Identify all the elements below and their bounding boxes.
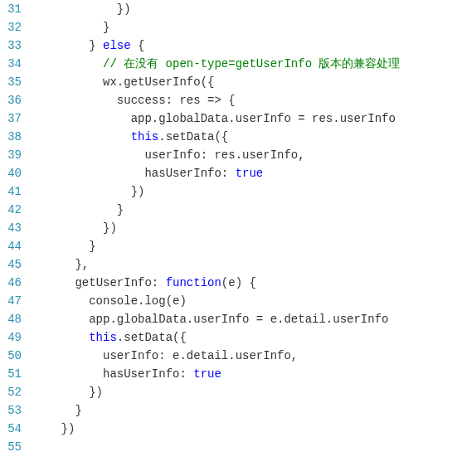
code-line[interactable]: hasUserInfo: true xyxy=(33,365,462,383)
line-number: 49 xyxy=(5,328,22,347)
code-line[interactable]: } xyxy=(33,237,462,255)
line-number: 55 xyxy=(5,438,22,456)
code-line[interactable]: userInfo: e.detail.userInfo, xyxy=(33,347,462,365)
line-number: 31 xyxy=(5,0,22,18)
code-token: } xyxy=(117,203,124,216)
code-line[interactable]: }) xyxy=(33,0,462,18)
code-token: userInfo: res.userInfo, xyxy=(144,148,304,162)
code-token: }, xyxy=(75,258,89,271)
line-number: 44 xyxy=(5,237,22,255)
line-number: 47 xyxy=(5,292,22,310)
line-number: 34 xyxy=(5,55,22,73)
line-number: 37 xyxy=(5,109,22,128)
code-area[interactable]: }) } } else { // 在没有 open-type=getUserIn… xyxy=(30,0,462,456)
line-number: 51 xyxy=(5,365,22,383)
line-number: 33 xyxy=(5,36,22,55)
code-token: .setData({ xyxy=(117,331,187,344)
code-token: } xyxy=(89,39,103,52)
code-line[interactable]: }, xyxy=(33,255,462,274)
code-token: }) xyxy=(103,221,117,235)
line-number: 32 xyxy=(5,18,22,36)
code-token: app.globalData.userInfo = e.detail.userI… xyxy=(89,313,388,326)
code-token: wx.getUserInfo({ xyxy=(103,75,214,89)
code-line[interactable]: }) xyxy=(33,182,462,201)
code-line[interactable]: } xyxy=(33,18,462,36)
code-token: true xyxy=(193,367,221,381)
code-line[interactable]: userInfo: res.userInfo, xyxy=(33,146,462,164)
code-token: else xyxy=(103,39,131,52)
code-line[interactable]: console.log(e) xyxy=(33,292,462,310)
code-line[interactable]: // 在没有 open-type=getUserInfo 版本的兼容处理 xyxy=(33,55,462,73)
code-line[interactable]: } xyxy=(33,201,462,219)
line-number: 41 xyxy=(5,182,22,201)
code-line[interactable]: getUserInfo: function(e) { xyxy=(33,274,462,292)
code-token: function xyxy=(166,276,221,289)
code-line[interactable]: }) xyxy=(33,383,462,401)
code-token: .setData({ xyxy=(158,130,228,143)
line-number: 54 xyxy=(5,420,22,438)
code-token: { xyxy=(131,39,145,52)
code-token: hasUserInfo: xyxy=(103,367,193,381)
code-token: }) xyxy=(61,422,75,435)
code-token: success: res => { xyxy=(117,94,236,107)
code-token: }) xyxy=(117,2,131,16)
line-number: 48 xyxy=(5,310,22,328)
code-line[interactable]: } else { xyxy=(33,36,462,55)
code-token: hasUserInfo: xyxy=(144,167,235,180)
code-token: true xyxy=(236,167,264,180)
line-number: 52 xyxy=(5,383,22,401)
code-line[interactable]: app.globalData.userInfo = res.userInfo xyxy=(33,109,462,128)
code-token: userInfo: e.detail.userInfo, xyxy=(103,349,298,362)
code-token: this xyxy=(131,130,159,143)
code-line[interactable]: hasUserInfo: true xyxy=(33,164,462,182)
code-token: }) xyxy=(131,185,145,198)
code-line[interactable]: wx.getUserInfo({ xyxy=(33,73,462,91)
code-token: this xyxy=(89,331,117,344)
line-number: 40 xyxy=(5,164,22,182)
code-line[interactable]: this.setData({ xyxy=(33,328,462,347)
code-token: console.log(e) xyxy=(89,294,187,308)
code-token: (e) { xyxy=(221,276,256,289)
code-line[interactable]: success: res => { xyxy=(33,91,462,109)
code-line[interactable]: } xyxy=(33,401,462,420)
line-number: 46 xyxy=(5,274,22,292)
code-line[interactable]: }) xyxy=(33,420,462,438)
code-token: getUserInfo: xyxy=(75,276,165,289)
code-line[interactable]: this.setData({ xyxy=(33,128,462,146)
line-number: 45 xyxy=(5,255,22,274)
code-token: app.globalData.userInfo = res.userInfo xyxy=(131,112,396,125)
code-token: // 在没有 open-type=getUserInfo 版本的兼容处理 xyxy=(103,57,400,70)
code-token: } xyxy=(89,240,95,253)
line-number: 36 xyxy=(5,91,22,109)
code-token: } xyxy=(103,21,109,34)
code-line[interactable]: app.globalData.userInfo = e.detail.userI… xyxy=(33,310,462,328)
code-token: } xyxy=(75,404,81,417)
line-number: 50 xyxy=(5,347,22,365)
line-number: 39 xyxy=(5,146,22,164)
line-number: 42 xyxy=(5,201,22,219)
code-token: }) xyxy=(89,386,103,399)
line-number: 53 xyxy=(5,401,22,420)
line-number: 43 xyxy=(5,219,22,237)
code-line[interactable] xyxy=(33,438,462,456)
line-number: 35 xyxy=(5,73,22,91)
line-number-gutter: 3132333435363738394041424344454647484950… xyxy=(0,0,30,456)
line-number: 38 xyxy=(5,128,22,146)
code-line[interactable]: }) xyxy=(33,219,462,237)
